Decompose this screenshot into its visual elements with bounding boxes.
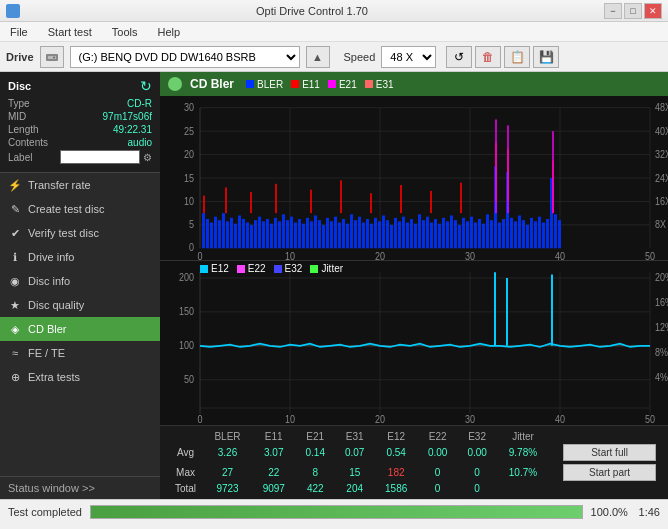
svg-rect-87	[438, 224, 441, 249]
svg-text:10: 10	[285, 250, 296, 260]
svg-rect-120	[250, 192, 252, 213]
svg-rect-30	[210, 223, 213, 249]
svg-rect-81	[414, 224, 417, 249]
svg-text:20: 20	[375, 250, 386, 260]
svg-rect-47	[278, 221, 281, 248]
svg-text:48X: 48X	[655, 102, 668, 114]
disc-mid-value: 97m17s06f	[103, 111, 152, 122]
minimize-button[interactable]: −	[604, 3, 622, 19]
menu-file[interactable]: File	[4, 24, 34, 40]
svg-text:16%: 16%	[655, 297, 668, 309]
menu-start-test[interactable]: Start test	[42, 24, 98, 40]
sidebar-item-transfer-rate[interactable]: ⚡ Transfer rate	[0, 173, 160, 197]
col-e12: E12	[374, 430, 417, 443]
total-e11: 9097	[252, 482, 295, 495]
svg-rect-117	[558, 220, 561, 248]
avg-jitter: 9.78%	[497, 443, 549, 463]
col-e32: E32	[457, 430, 496, 443]
fe-te-label: FE / TE	[28, 347, 65, 359]
sidebar-item-fe-te[interactable]: ≈ FE / TE	[0, 341, 160, 365]
svg-rect-77	[398, 221, 401, 248]
sidebar-item-extra-tests[interactable]: ⊕ Extra tests	[0, 365, 160, 389]
legend1: BLER E11 E21 E31	[246, 79, 394, 90]
disc-label-gear-icon[interactable]: ⚙	[143, 152, 152, 163]
sidebar-item-disc-info[interactable]: ◉ Disc info	[0, 269, 160, 293]
svg-rect-64	[346, 224, 349, 249]
app-icon	[6, 4, 20, 18]
start-part-button[interactable]: Start part	[563, 464, 656, 481]
max-e32: 0	[457, 463, 496, 483]
extra-tests-icon: ⊕	[8, 370, 22, 384]
erase-button[interactable]: 🗑	[475, 46, 501, 68]
close-button[interactable]: ✕	[644, 3, 662, 19]
app-title: Opti Drive Control 1.70	[20, 5, 604, 17]
e12-dot	[200, 265, 208, 273]
sidebar-item-drive-info[interactable]: ℹ Drive info	[0, 245, 160, 269]
sidebar-item-cd-bler[interactable]: ◈ CD Bler	[0, 317, 160, 341]
sidebar-item-verify-test-disc[interactable]: ✔ Verify test disc	[0, 221, 160, 245]
svg-rect-71	[374, 218, 377, 248]
disc-contents-value: audio	[128, 137, 152, 148]
total-e21: 422	[296, 482, 335, 495]
svg-rect-67	[358, 217, 361, 249]
svg-rect-89	[446, 221, 449, 248]
svg-text:50: 50	[645, 250, 656, 260]
maximize-button[interactable]: □	[624, 3, 642, 19]
svg-rect-126	[430, 191, 432, 213]
svg-rect-92	[458, 225, 461, 248]
svg-text:15: 15	[184, 172, 195, 184]
svg-rect-79	[406, 223, 409, 249]
svg-rect-58	[322, 225, 325, 248]
bler-dot	[246, 80, 254, 88]
drive-select[interactable]: (G:) BENQ DVD DD DW1640 BSRB	[70, 46, 300, 68]
top-chart: 30 25 20 15 10 5 0 48X 40X 32X 24X 16X 8…	[160, 96, 668, 260]
disc-refresh-icon[interactable]: ↻	[140, 78, 152, 94]
svg-rect-82	[418, 214, 421, 248]
svg-rect-114	[546, 219, 549, 248]
svg-rect-40	[250, 225, 253, 248]
col-jitter: Jitter	[497, 430, 549, 443]
speed-select[interactable]: 48 X	[381, 46, 436, 68]
disc-type-value: CD-R	[127, 98, 152, 109]
svg-text:40: 40	[555, 413, 565, 425]
chart-title: CD Bler	[190, 77, 234, 91]
disc-label-input[interactable]	[60, 150, 140, 164]
disc-panel: Disc ↻ Type CD-R MID 97m17s06f Length 49…	[0, 72, 160, 173]
total-label: Total	[168, 482, 203, 495]
svg-rect-103	[502, 219, 505, 248]
drive-bar: Drive (G:) BENQ DVD DD DW1640 BSRB ▲ Spe…	[0, 42, 668, 72]
svg-rect-33	[222, 213, 225, 248]
svg-rect-55	[310, 221, 313, 248]
max-bler: 27	[203, 463, 252, 483]
disc-row-contents: Contents audio	[8, 137, 152, 148]
eject-button[interactable]: ▲	[306, 46, 330, 68]
speed-label: Speed	[344, 51, 376, 63]
copy-button[interactable]: 📋	[504, 46, 530, 68]
top-chart-svg: 30 25 20 15 10 5 0 48X 40X 32X 24X 16X 8…	[160, 96, 668, 260]
svg-rect-109	[526, 225, 529, 248]
bottom-chart-svg: 200 150 100 50 20% 16% 12% 8% 4%	[160, 261, 668, 425]
disc-row-mid: MID 97m17s06f	[8, 111, 152, 122]
refresh-button[interactable]: ↺	[446, 46, 472, 68]
svg-rect-51	[294, 223, 297, 249]
max-e21: 8	[296, 463, 335, 483]
save-button[interactable]: 💾	[533, 46, 559, 68]
svg-text:20: 20	[184, 148, 195, 160]
svg-text:20%: 20%	[655, 272, 668, 284]
svg-text:16X: 16X	[655, 195, 668, 207]
menu-help[interactable]: Help	[151, 24, 186, 40]
svg-rect-74	[386, 220, 389, 248]
cd-bler-icon: ◈	[8, 322, 22, 336]
start-full-button[interactable]: Start full	[563, 444, 656, 461]
status-window-button[interactable]: Status window >>	[0, 476, 160, 499]
cd-bler-header-icon	[168, 77, 182, 91]
menu-tools[interactable]: Tools	[106, 24, 144, 40]
svg-rect-43	[262, 221, 265, 248]
toolbar-buttons: ↺ 🗑 📋 💾	[446, 46, 559, 68]
svg-rect-96	[474, 223, 477, 249]
sidebar-item-create-test-disc[interactable]: ✎ Create test disc	[0, 197, 160, 221]
sidebar-item-disc-quality[interactable]: ★ Disc quality	[0, 293, 160, 317]
svg-rect-86	[434, 219, 437, 248]
chart-header: CD Bler BLER E11 E21 E31	[160, 72, 668, 96]
svg-rect-118	[203, 196, 205, 214]
